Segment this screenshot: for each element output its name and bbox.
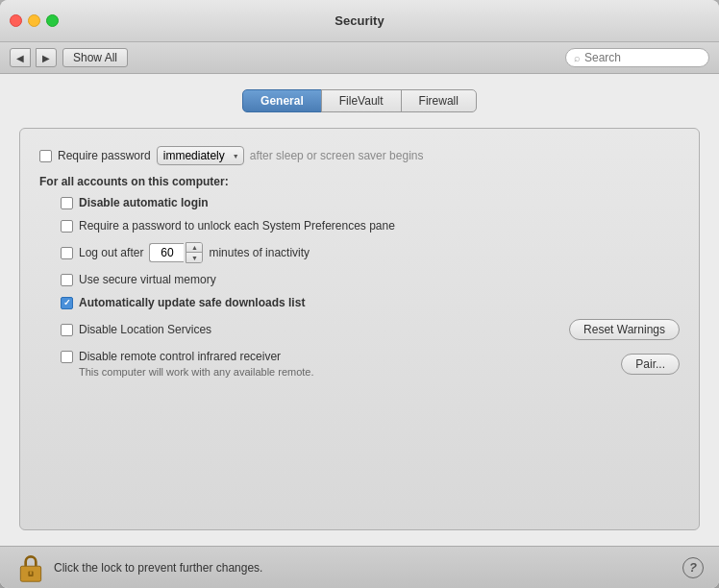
logout-minutes-input[interactable] [149, 243, 184, 262]
logout-before-label: Log out after [79, 246, 143, 259]
footer: Click the lock to prevent further change… [0, 546, 719, 588]
secure-memory-checkbox[interactable] [61, 274, 73, 286]
require-password-label: Require password [58, 149, 151, 162]
require-password-row: Require password immediately 5 seconds 1… [39, 146, 680, 165]
show-all-button[interactable]: Show All [62, 48, 128, 67]
require-password-pane-row: Require a password to unlock each System… [61, 219, 680, 233]
reset-warnings-button[interactable]: Reset Warnings [569, 319, 680, 340]
pair-button[interactable]: Pair... [621, 354, 680, 375]
require-password-checkbox[interactable] [39, 150, 52, 162]
location-services-checkbox[interactable] [61, 324, 73, 336]
stepper-down-button[interactable]: ▼ [186, 253, 202, 262]
infrared-checkbox-row: Disable remote control infrared receiver [61, 350, 615, 363]
tab-filevault[interactable]: FileVault [321, 89, 402, 112]
tab-bar: General FileVault Firewall [19, 89, 700, 112]
svg-rect-2 [30, 571, 32, 575]
logout-after-label: minutes of inactivity [209, 246, 310, 259]
window-title: Security [335, 13, 384, 28]
minimize-button[interactable] [28, 14, 40, 27]
reset-btn-wrap: Reset Warnings [569, 319, 680, 340]
toolbar: ◀ ▶ Show All ⌕ [0, 42, 719, 74]
auto-update-label: Automatically update safe downloads list [79, 296, 305, 309]
logout-checkbox[interactable] [61, 247, 73, 259]
secure-memory-label: Use secure virtual memory [79, 273, 216, 286]
location-services-row: Disable Location Services Reset Warnings [61, 319, 680, 340]
close-button[interactable] [10, 14, 22, 27]
accounts-label: For all accounts on this computer: [39, 175, 680, 188]
logout-stepper: ▲ ▼ [149, 242, 203, 263]
password-suffix-label: after sleep or screen saver begins [250, 149, 424, 162]
footer-text: Click the lock to prevent further change… [54, 561, 262, 575]
password-timing-select[interactable]: immediately 5 seconds 1 minute 5 minutes… [157, 146, 244, 165]
infrared-label: Disable remote control infrared receiver [79, 350, 281, 363]
stepper-buttons: ▲ ▼ [186, 242, 203, 263]
back-button[interactable]: ◀ [10, 48, 31, 67]
require-password-pane-checkbox[interactable] [61, 220, 73, 233]
auto-update-checkbox[interactable] [61, 297, 73, 309]
content-area: General FileVault Firewall Require passw… [0, 74, 719, 546]
sub-settings: Disable automatic login Require a passwo… [61, 196, 680, 379]
search-box: ⌕ [565, 48, 709, 67]
disable-login-checkbox[interactable] [61, 197, 73, 209]
secure-memory-row: Use secure virtual memory [61, 273, 680, 286]
search-input[interactable] [584, 51, 701, 64]
disable-login-label: Disable automatic login [79, 196, 209, 209]
auto-update-row: Automatically update safe downloads list [61, 296, 680, 309]
tab-general[interactable]: General [242, 89, 322, 112]
infrared-checkbox[interactable] [61, 351, 73, 363]
title-bar: Security [0, 0, 719, 42]
lock-icon[interactable] [15, 552, 46, 583]
infrared-description: This computer will work with any availab… [79, 365, 367, 379]
help-button[interactable]: ? [682, 557, 704, 578]
logout-row: Log out after ▲ ▼ minutes of inactivity [61, 242, 680, 263]
location-services-label: Disable Location Services [79, 323, 211, 336]
infrared-row: Disable remote control infrared receiver… [61, 350, 680, 379]
maximize-button[interactable] [46, 14, 59, 27]
security-window: Security ◀ ▶ Show All ⌕ General FileVaul… [0, 0, 719, 588]
immediately-dropdown-wrap: immediately 5 seconds 1 minute 5 minutes… [157, 146, 244, 165]
stepper-up-button[interactable]: ▲ [186, 243, 202, 253]
disable-login-row: Disable automatic login [61, 196, 680, 209]
search-icon: ⌕ [574, 52, 581, 63]
require-password-pane-label: Require a password to unlock each System… [79, 219, 395, 233]
traffic-lights [10, 14, 59, 27]
tab-firewall[interactable]: Firewall [401, 89, 477, 112]
forward-button[interactable]: ▶ [36, 48, 57, 67]
general-panel: Require password immediately 5 seconds 1… [19, 128, 700, 530]
